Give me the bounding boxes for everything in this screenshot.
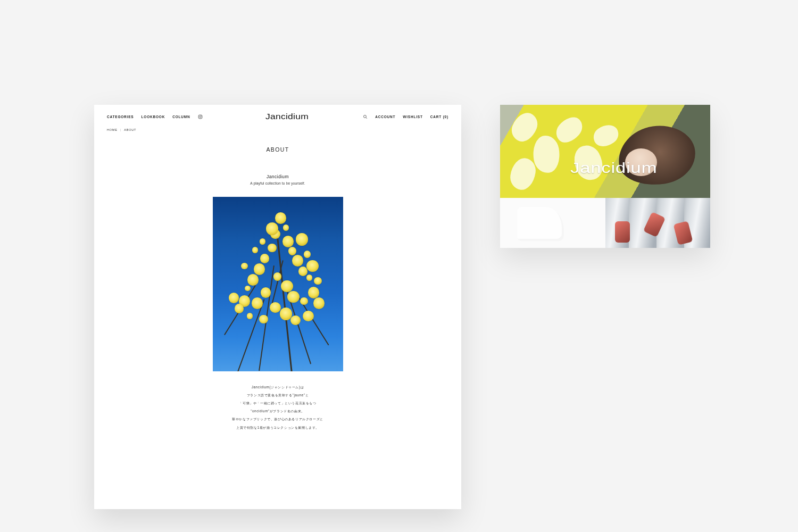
nav-categories[interactable]: CATEGORIES bbox=[107, 115, 134, 119]
nav-wishlist[interactable]: WISHLIST bbox=[403, 115, 422, 119]
nav-cart[interactable]: CART (0) bbox=[430, 115, 448, 119]
about-page: CATEGORIES LOOKBOOK COLUMN Jancidium ACC… bbox=[94, 105, 461, 509]
brand-description: Jancidium(ジャンシドゥーム)は フランス語で黄色を意味する"jaune… bbox=[209, 383, 347, 431]
nav-left: CATEGORIES LOOKBOOK COLUMN bbox=[107, 114, 203, 119]
mobile-secondary-left bbox=[500, 198, 605, 248]
mobile-secondary bbox=[500, 198, 710, 248]
breadcrumb-separator: | bbox=[119, 128, 123, 131]
about-hero-image bbox=[213, 197, 343, 371]
page-title: ABOUT bbox=[94, 146, 461, 153]
site-logo[interactable]: Jancidium bbox=[265, 112, 300, 121]
svg-point-3 bbox=[364, 115, 367, 118]
svg-point-2 bbox=[201, 115, 202, 116]
brand-tagline: A playful collection to be yourself. bbox=[94, 181, 461, 185]
desc-line: "oncidium"がブランド名の由来。 bbox=[209, 407, 347, 415]
nav-account[interactable]: ACCOUNT bbox=[375, 115, 395, 119]
mobile-secondary-right bbox=[605, 198, 711, 248]
mobile-preview-stack: Jancidium bbox=[500, 105, 710, 248]
desc-line: 華やかなファブリックで、遊び心のあるリアルクローズと bbox=[209, 415, 347, 423]
breadcrumb-about: ABOUT bbox=[124, 128, 136, 131]
svg-line-4 bbox=[366, 117, 367, 118]
mobile-hero: Jancidium bbox=[500, 105, 710, 198]
desc-line: 「可憐」や「一緒に踊って」という花言葉をもつ bbox=[209, 399, 347, 407]
breadcrumb-home[interactable]: HOME bbox=[107, 128, 118, 131]
instagram-icon[interactable] bbox=[198, 114, 203, 119]
mobile-hero-logo: Jancidium bbox=[500, 160, 710, 177]
svg-point-1 bbox=[199, 115, 201, 117]
nav-right: ACCOUNT WISHLIST CART (0) bbox=[363, 114, 448, 119]
site-header: CATEGORIES LOOKBOOK COLUMN Jancidium ACC… bbox=[94, 105, 461, 126]
breadcrumb: HOME | ABOUT bbox=[94, 126, 461, 131]
brand-subtitle: Jancidium bbox=[94, 174, 461, 179]
desc-line: 上質で特別な1着が揃うコレクションを展開します。 bbox=[209, 423, 347, 431]
desc-line: Jancidium(ジャンシドゥーム)は bbox=[209, 383, 347, 391]
nav-column[interactable]: COLUMN bbox=[172, 115, 190, 119]
nav-lookbook[interactable]: LOOKBOOK bbox=[142, 115, 165, 119]
search-icon[interactable] bbox=[363, 114, 368, 119]
desc-line: フランス語で黄色を意味する"jaune"と bbox=[209, 391, 347, 399]
